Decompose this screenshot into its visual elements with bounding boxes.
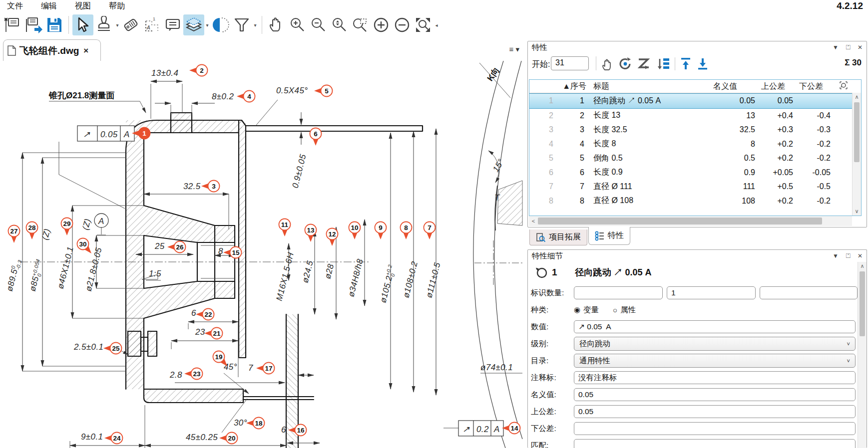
value-input[interactable]: [574, 320, 856, 333]
balloon-5[interactable]: 5: [314, 85, 333, 97]
balloon-23[interactable]: 23: [184, 368, 203, 380]
balloon-24[interactable]: 24: [104, 433, 123, 444]
table-row[interactable]: 44长度 88+0.2-0.2: [529, 137, 861, 152]
col-header-nominal[interactable]: 名义值: [709, 81, 760, 92]
identify-count-input-3[interactable]: [760, 286, 858, 299]
filter-dropdown-icon[interactable]: ▾: [252, 22, 258, 28]
panel-close-icon[interactable]: ✕: [858, 44, 863, 51]
drawing-canvas[interactable]: ↗ 0.05 A ↗ 0.2 A 锥孔Ø21.8测量面13±0.48±0.20.…: [0, 61, 523, 448]
balloon-27[interactable]: 27: [8, 225, 20, 243]
layers-dropdown-icon[interactable]: ▾: [204, 22, 210, 28]
balloon-18[interactable]: 18: [246, 418, 265, 429]
detail-close-icon[interactable]: ✕: [858, 252, 863, 259]
balloon-11[interactable]: 11: [279, 219, 291, 237]
col-header-title[interactable]: 标题: [591, 81, 709, 92]
comment-icon[interactable]: [162, 14, 183, 35]
fcf-runout-1[interactable]: ↗ 0.05 A: [77, 126, 134, 141]
col-header-seq[interactable]: ▲序号: [559, 81, 591, 92]
radio-attribute[interactable]: ○属性: [613, 305, 636, 315]
balloon-2[interactable]: 2: [189, 65, 208, 76]
start-number-input[interactable]: 31: [551, 56, 589, 70]
balloon-15[interactable]: 15: [223, 247, 242, 258]
detail-vertical-scrollbar[interactable]: ∧: [858, 262, 867, 448]
balloon-6[interactable]: 6: [310, 128, 322, 146]
tag-icon[interactable]: [120, 14, 141, 35]
zoom-out-icon[interactable]: [308, 14, 329, 35]
col-header-upper[interactable]: 上公差: [760, 81, 798, 92]
scroll-up-icon[interactable]: ∧: [858, 263, 867, 269]
table-vertical-scrollbar[interactable]: ∧ ∨: [852, 93, 861, 216]
balloon-21[interactable]: 21: [204, 328, 223, 339]
table-row[interactable]: 55倒角 0.50.5+0.2-0.2: [529, 151, 861, 166]
renumber-rotate-icon[interactable]: [618, 56, 633, 71]
scroll-left-icon[interactable]: <: [529, 218, 538, 224]
balloon-4[interactable]: 4: [237, 91, 255, 102]
move-top-icon[interactable]: [679, 56, 692, 71]
detail-collapse-icon[interactable]: ▼: [833, 252, 839, 259]
balloon-19[interactable]: 19: [213, 351, 228, 367]
balloon-28[interactable]: 28: [26, 222, 38, 240]
stamp-icon[interactable]: [93, 14, 114, 35]
zoom-fit-icon[interactable]: [413, 14, 434, 35]
detail-pin-icon[interactable]: ⏍: [846, 252, 851, 259]
match-input[interactable]: [574, 439, 856, 448]
balloon-20[interactable]: 20: [219, 433, 238, 444]
balloon-column-icon[interactable]: [836, 81, 852, 92]
table-horizontal-scrollbar[interactable]: <: [529, 216, 852, 226]
tab-document[interactable]: 飞轮组件.dwg ×: [3, 39, 101, 61]
sort-list-icon[interactable]: [656, 56, 671, 71]
identify-count-input-1[interactable]: [574, 286, 663, 299]
decrease-icon[interactable]: [392, 14, 413, 35]
zoom-vertical-icon[interactable]: [329, 14, 350, 35]
fcf-runout-14[interactable]: ↗ 0.2 A: [458, 421, 503, 436]
upper-tolerance-input[interactable]: [574, 405, 856, 418]
balloon-9[interactable]: 9: [375, 222, 387, 240]
scroll-up-icon[interactable]: ∧: [853, 94, 861, 100]
collapse-arrow-icon[interactable]: ◂: [434, 22, 439, 28]
stamp-dropdown-icon[interactable]: ▾: [114, 22, 120, 28]
zoom-window-icon[interactable]: [350, 14, 371, 35]
panel-pin-icon[interactable]: ⏍: [846, 44, 851, 51]
lower-tolerance-input[interactable]: [574, 422, 856, 435]
tab-list-menu-icon[interactable]: ≡ ▾: [509, 45, 519, 54]
table-row[interactable]: 66长度 0.90.9+0.05-0.05: [529, 166, 861, 180]
table-row[interactable]: 22长度 1313+0.4-0.4: [529, 109, 861, 123]
new-document-icon[interactable]: [2, 14, 23, 35]
menu-edit[interactable]: 编辑: [41, 1, 57, 11]
class-select[interactable]: 径向跳动˅: [574, 337, 856, 351]
zoom-in-icon[interactable]: [287, 14, 308, 35]
balloon-22[interactable]: 22: [196, 309, 214, 320]
balloon-29[interactable]: 29: [61, 218, 73, 236]
layers-icon[interactable]: [183, 14, 204, 35]
balloon-30[interactable]: 30: [77, 238, 92, 254]
balloon-25[interactable]: 25: [103, 343, 122, 354]
table-row[interactable]: 77直径 Ø 111111+0.5-0.5: [529, 180, 861, 194]
balloon-7[interactable]: 7: [424, 222, 435, 240]
balloon-10[interactable]: 10: [349, 222, 361, 240]
increase-icon[interactable]: [371, 14, 392, 35]
annotation-input[interactable]: [574, 371, 856, 384]
panel-collapse-icon[interactable]: ▼: [833, 44, 839, 51]
open-document-icon[interactable]: [23, 14, 44, 35]
tab-characteristics[interactable]: 特性: [588, 227, 630, 245]
catalog-select[interactable]: 通用特性˅: [574, 354, 856, 368]
menu-file[interactable]: 文件: [7, 1, 23, 11]
filter-icon[interactable]: [231, 14, 252, 35]
menu-view[interactable]: 视图: [75, 1, 91, 11]
select-cursor-icon[interactable]: [72, 14, 93, 35]
pick-hand-icon[interactable]: [601, 57, 614, 71]
balloon-14[interactable]: 14: [502, 423, 520, 434]
balloon-17[interactable]: 17: [256, 363, 275, 374]
table-row[interactable]: 88直径 Ø 108108+0.2-0.2: [529, 194, 861, 209]
tab-project-expand[interactable]: 项目拓展: [529, 229, 587, 245]
table-row[interactable]: 11径向跳动 ↗ 0.05 A0.050.05: [529, 93, 861, 109]
radio-variable[interactable]: ◉变量: [574, 305, 599, 315]
nominal-input[interactable]: [574, 388, 856, 401]
balloon-26[interactable]: 26: [167, 241, 186, 253]
move-bottom-icon[interactable]: [696, 56, 709, 71]
mirror-icon[interactable]: [210, 14, 231, 35]
balloon-8[interactable]: 8: [401, 222, 412, 240]
pan-hand-icon[interactable]: [266, 14, 287, 35]
identify-count-input-2[interactable]: [667, 286, 756, 299]
col-header-lower[interactable]: 下公差: [798, 81, 836, 92]
